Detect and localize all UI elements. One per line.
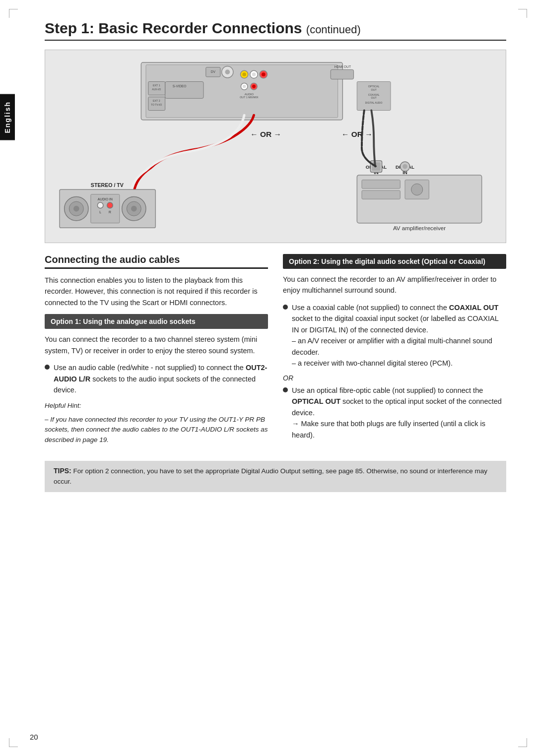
svg-text:AUDIO: AUDIO xyxy=(245,93,254,96)
diagram-area: S-VIDEO EXT 1 AUX-I/O EXT 2 TO TV-I/O DV xyxy=(45,50,506,243)
right-bullet-2: Use an optical fibre-optic cable (not su… xyxy=(283,385,506,441)
svg-point-47 xyxy=(97,202,103,208)
svg-point-49 xyxy=(107,202,113,208)
svg-text:L: L xyxy=(99,210,101,214)
diagram-svg: S-VIDEO EXT 1 AUX-I/O EXT 2 TO TV-I/O DV xyxy=(45,50,506,243)
bullet-circle-3 xyxy=(283,387,288,392)
svg-text:DIGITAL AUDIO: DIGITAL AUDIO xyxy=(365,102,383,104)
right-column: Option 2: Using the digital audio socket… xyxy=(283,254,506,450)
bullet1-text: Use an audio cable (red/white - not supp… xyxy=(54,362,268,395)
corner-bl xyxy=(9,738,18,747)
tips-box: TIPS: For option 2 connection, you have … xyxy=(45,461,506,492)
corner-tr xyxy=(518,9,527,18)
svg-text:COAXIAL: COAXIAL xyxy=(368,93,380,96)
page-title: Step 1: Basic Recorder Connections (cont… xyxy=(45,20,506,41)
section-heading-left: Connecting the audio cables xyxy=(45,254,268,269)
left-bullet-1: Use an audio cable (red/white - not supp… xyxy=(45,362,268,395)
page-container: English Step 1: Basic Recorder Connectio… xyxy=(0,0,536,756)
svg-point-18 xyxy=(252,72,256,76)
option1-text: You can connect the recorder to a two ch… xyxy=(45,334,268,356)
tips-text: For option 2 connection, you have to set… xyxy=(54,467,487,485)
page-title-main: Step 1: Basic Recorder Connections xyxy=(45,20,302,36)
svg-text:← OR →: ← OR → xyxy=(341,130,373,138)
svg-text:OPTICAL: OPTICAL xyxy=(368,85,380,88)
bullet2-content: Use an optical fibre-optic cable (not su… xyxy=(292,385,506,441)
content-columns: Connecting the audio cables This connect… xyxy=(45,254,506,450)
svg-text:OUT: OUT xyxy=(371,88,377,91)
svg-text:EXT 1: EXT 1 xyxy=(153,84,160,87)
svg-text:OUT: OUT xyxy=(371,96,377,99)
svg-text:R: R xyxy=(109,210,111,214)
left-column: Connecting the audio cables This connect… xyxy=(45,254,268,450)
svg-point-63 xyxy=(402,164,407,169)
svg-text:AUX-I/O: AUX-I/O xyxy=(152,88,161,91)
option1-box: Option 1: Using the analogue audio socke… xyxy=(45,314,268,329)
tips-label: TIPS: xyxy=(54,467,71,475)
svg-rect-53 xyxy=(362,190,400,199)
bullet-circle-1 xyxy=(45,365,50,370)
corner-tl xyxy=(9,9,18,18)
svg-point-41 xyxy=(73,206,79,212)
svg-point-44 xyxy=(131,206,137,212)
right-bullet-1: Use a coaxial cable (not supplied) to co… xyxy=(283,302,506,369)
svg-text:OUT 1 MIX/MIX: OUT 1 MIX/MIX xyxy=(240,96,259,99)
svg-point-24 xyxy=(252,85,256,88)
svg-text:AV amplifier/receiver: AV amplifier/receiver xyxy=(393,225,446,231)
corner-br xyxy=(518,738,527,747)
helpful-hint-label: Helpful Hint: xyxy=(45,401,268,411)
or-text: OR xyxy=(283,374,506,382)
svg-text:S-VIDEO: S-VIDEO xyxy=(173,84,187,88)
svg-text:HDMI OUT: HDMI OUT xyxy=(335,65,351,68)
svg-rect-52 xyxy=(362,180,400,189)
page-number: 20 xyxy=(30,733,38,741)
svg-text:EXT 2: EXT 2 xyxy=(153,99,160,102)
bullet-circle-2 xyxy=(283,305,288,310)
page-title-continued: (continued) xyxy=(306,23,361,36)
svg-point-20 xyxy=(262,72,266,76)
svg-point-22 xyxy=(243,85,246,88)
helpful-hint-text: – If you have connected this recorder to… xyxy=(45,415,268,445)
svg-text:STEREO / TV: STEREO / TV xyxy=(91,182,124,188)
svg-text:DV: DV xyxy=(211,70,216,73)
svg-text:AUDIO IN: AUDIO IN xyxy=(98,197,113,201)
svg-point-55 xyxy=(411,184,423,195)
english-tab: English xyxy=(0,94,15,140)
svg-point-14 xyxy=(225,69,230,74)
svg-text:TO TV-I/O: TO TV-I/O xyxy=(151,104,162,106)
svg-rect-28 xyxy=(331,69,353,79)
option2-intro: You can connect the recorder to an AV am… xyxy=(283,274,506,296)
svg-text:← OR →: ← OR → xyxy=(250,130,281,138)
option2-box: Option 2: Using the digital audio socket… xyxy=(283,254,506,269)
intro-text: This connection enables you to listen to… xyxy=(45,275,268,308)
bullet1-content: Use a coaxial cable (not supplied) to co… xyxy=(292,302,506,369)
svg-point-16 xyxy=(242,72,246,76)
